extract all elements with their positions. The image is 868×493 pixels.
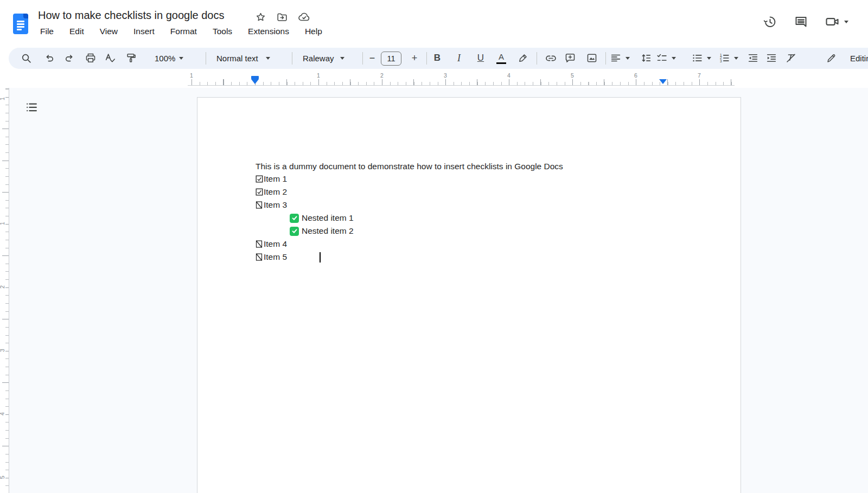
text-color-button[interactable]: A	[494, 50, 509, 66]
version-history-icon[interactable]	[762, 14, 777, 29]
align-left-icon	[610, 52, 622, 64]
ruler-number: 5	[0, 473, 5, 481]
checklist-item-nested[interactable]: Nested item 2	[256, 225, 354, 238]
chevron-down-icon	[707, 57, 711, 60]
redo-icon	[63, 52, 75, 64]
cloud-saved-icon[interactable]	[298, 11, 310, 23]
menu-view[interactable]: View	[99, 26, 119, 37]
checkbox-unchecked-icon[interactable]	[256, 201, 263, 209]
checkbox-unchecked-icon[interactable]	[256, 240, 263, 248]
font-select[interactable]: Raleway	[303, 50, 344, 66]
add-comment-button[interactable]	[563, 50, 578, 66]
checklist-item[interactable]: Item 4	[256, 238, 287, 251]
checklist-icon	[656, 52, 668, 64]
checkbox-green-checked-icon[interactable]	[290, 214, 299, 223]
bulleted-list-icon	[691, 52, 703, 64]
text-color-icon: A	[499, 52, 504, 61]
document-outline-button[interactable]	[23, 99, 40, 116]
ruler-number: 4	[506, 72, 512, 79]
document-page[interactable]: This is a dummy document to demonstrate …	[197, 97, 741, 493]
doc-paragraph[interactable]: This is a dummy document to demonstrate …	[256, 160, 563, 173]
docs-logo-icon[interactable]	[13, 14, 28, 34]
decrease-font-size-button[interactable]: −	[365, 50, 380, 66]
print-button[interactable]	[83, 50, 98, 66]
paragraph-style-select[interactable]: Normal text	[216, 50, 270, 66]
toolbar: 100% Normal text Raleway − 11 + B I	[9, 48, 868, 69]
bold-button[interactable]: B	[430, 50, 445, 66]
underline-button[interactable]: U	[473, 50, 488, 66]
chevron-down-icon	[626, 57, 630, 60]
chevron-down-icon	[734, 57, 738, 60]
ruler-number: 7	[696, 72, 703, 79]
checklist-item[interactable]: Item 1	[256, 172, 287, 185]
editing-mode-button[interactable]	[824, 50, 839, 66]
zoom-select[interactable]: 100%	[155, 50, 183, 66]
ruler-number: 2	[379, 72, 385, 79]
checklist-select[interactable]	[656, 50, 676, 66]
checklist-item[interactable]: Item 2	[256, 185, 287, 199]
highlight-color-button[interactable]	[515, 50, 531, 66]
link-icon	[545, 52, 557, 65]
checklist-item[interactable]: Item 3	[256, 199, 287, 212]
clear-formatting-button[interactable]	[783, 50, 799, 66]
ruler-number: 6	[633, 72, 639, 79]
menu-insert[interactable]: Insert	[132, 26, 156, 37]
checklist-item-nested[interactable]: Nested item 1	[256, 212, 354, 225]
vertical-ruler: 1 1 2 3 4 5	[0, 88, 9, 493]
editing-mode-label[interactable]: Editing	[850, 54, 868, 63]
menu-format[interactable]: Format	[169, 26, 198, 37]
svg-text:3: 3	[720, 59, 722, 63]
undo-button[interactable]	[42, 50, 57, 66]
menubar: File Edit View Insert Format Tools Exten…	[39, 26, 323, 37]
line-spacing-icon	[640, 52, 652, 64]
video-call-button[interactable]	[825, 14, 848, 29]
increase-font-size-button[interactable]: +	[407, 50, 422, 66]
checkbox-unchecked-icon[interactable]	[256, 253, 263, 261]
comments-icon[interactable]	[794, 15, 808, 29]
menu-edit[interactable]: Edit	[68, 26, 85, 37]
insert-image-button[interactable]	[584, 50, 599, 66]
paint-format-icon	[125, 52, 137, 64]
document-title[interactable]: How to make checklists in google docs	[38, 9, 225, 22]
menu-file[interactable]: File	[39, 26, 55, 37]
ruler-number: 1	[188, 72, 195, 79]
ruler-number: 2	[0, 283, 5, 291]
google-docs-window: How to make checklists in google docs Fi…	[0, 0, 868, 493]
add-comment-icon	[564, 52, 576, 64]
decrease-indent-icon	[747, 52, 759, 64]
ruler-number: 3	[442, 72, 449, 79]
menu-help[interactable]: Help	[304, 26, 323, 37]
redo-button[interactable]	[62, 50, 77, 66]
bulleted-list-select[interactable]	[691, 50, 711, 66]
zoom-value: 100%	[155, 54, 175, 63]
left-indent-marker[interactable]	[251, 79, 259, 84]
font-size-input[interactable]: 11	[381, 52, 401, 66]
italic-button[interactable]: I	[451, 50, 467, 66]
ruler-number: 4	[0, 410, 5, 418]
numbered-list-select[interactable]: 1 2 3	[718, 50, 738, 66]
star-icon[interactable]	[255, 11, 266, 23]
search-button[interactable]	[18, 50, 34, 66]
decrease-indent-button[interactable]	[745, 50, 761, 66]
video-call-icon	[825, 14, 840, 29]
line-spacing-button[interactable]	[639, 50, 654, 66]
align-select[interactable]	[610, 50, 630, 66]
spell-check-button[interactable]	[103, 50, 118, 66]
undo-icon	[43, 52, 55, 64]
insert-link-button[interactable]	[543, 50, 558, 66]
checkbox-checked-icon[interactable]	[256, 175, 263, 183]
print-icon	[85, 52, 97, 64]
checklist-item[interactable]: Item 5	[256, 251, 287, 264]
checkbox-checked-icon[interactable]	[256, 188, 263, 196]
ruler-number: 1	[315, 72, 322, 79]
menu-extensions[interactable]: Extensions	[247, 26, 290, 37]
clear-formatting-icon	[785, 52, 797, 64]
italic-icon: I	[457, 53, 461, 64]
paint-format-button[interactable]	[124, 50, 139, 66]
increase-indent-button[interactable]	[764, 50, 779, 66]
move-folder-icon[interactable]	[276, 11, 288, 23]
menu-tools[interactable]: Tools	[212, 26, 233, 37]
right-indent-marker[interactable]	[659, 79, 667, 84]
workspace: This is a dummy document to demonstrate …	[0, 88, 868, 493]
checkbox-green-checked-icon[interactable]	[290, 227, 299, 236]
